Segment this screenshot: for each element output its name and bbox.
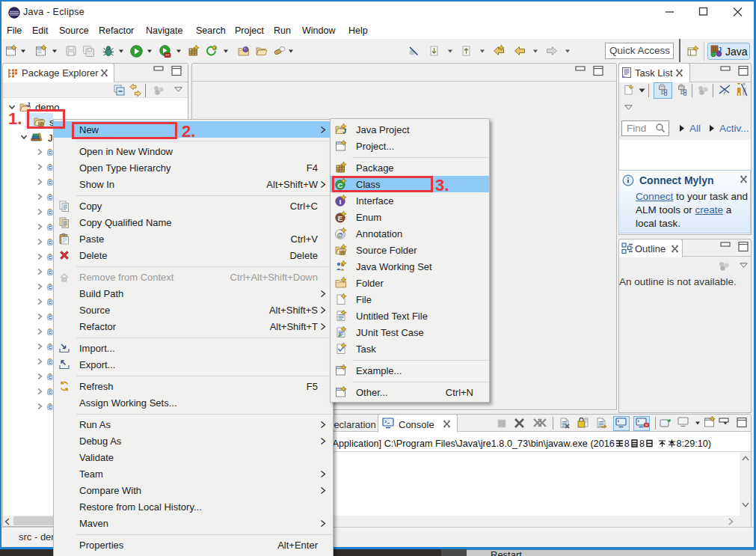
svg-text:@: @: [337, 231, 344, 239]
svg-text:I: I: [339, 198, 342, 206]
svg-text:J: J: [718, 46, 722, 53]
svg-text:J: J: [27, 101, 31, 109]
svg-text:E: E: [338, 214, 342, 222]
svg-text:J: J: [338, 332, 341, 337]
